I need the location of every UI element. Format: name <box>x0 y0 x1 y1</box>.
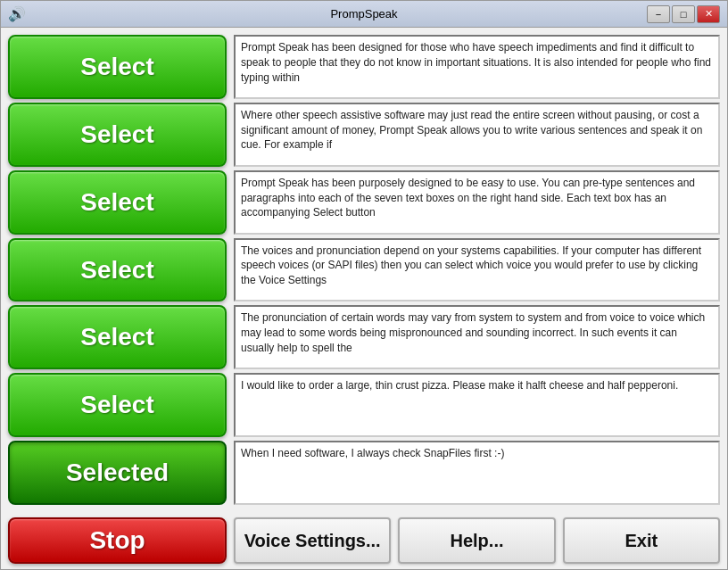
text-input-7[interactable]: When I need software, I always check Sna… <box>234 441 720 505</box>
text-area-wrapper-3: Prompt Speak has been purposely designed… <box>234 170 720 235</box>
row-7: Selected When I need software, I always … <box>8 441 720 505</box>
row-3: Select Prompt Speak has been purposely d… <box>8 170 720 235</box>
text-area-wrapper-6: I would like to order a large, thin crus… <box>234 373 720 437</box>
text-input-5[interactable]: The pronunciation of certain words may v… <box>234 305 720 369</box>
row-1: Select Prompt Speak has been designed fo… <box>8 35 720 99</box>
bottom-bar: Stop Voice Settings... Help... Exit <box>1 512 727 569</box>
row-4: Select The voices and pronunciation depe… <box>8 238 720 302</box>
window-controls: − □ ✕ <box>647 5 720 23</box>
row-5: Select The pronunciation of certain word… <box>8 305 720 369</box>
close-button[interactable]: ✕ <box>697 5 720 23</box>
minimize-button[interactable]: − <box>647 5 670 23</box>
text-input-6[interactable]: I would like to order a large, thin crus… <box>234 373 720 437</box>
text-area-wrapper-4: The voices and pronunciation depend on y… <box>234 238 720 302</box>
select-button-3[interactable]: Select <box>8 170 227 235</box>
select-button-5[interactable]: Select <box>8 305 227 369</box>
window-title: PrompSpeak <box>330 7 397 21</box>
text-area-wrapper-1: Prompt Speak has been designed for those… <box>234 35 720 99</box>
select-button-6[interactable]: Select <box>8 373 227 437</box>
main-content: Select Prompt Speak has been designed fo… <box>1 28 727 512</box>
help-button[interactable]: Help... <box>398 517 555 564</box>
select-button-2[interactable]: Select <box>8 103 227 167</box>
row-2: Select Where other speech assistive soft… <box>8 103 720 167</box>
voice-settings-button[interactable]: Voice Settings... <box>234 517 391 564</box>
text-input-2[interactable]: Where other speech assistive software ma… <box>234 103 720 167</box>
text-input-1[interactable]: Prompt Speak has been designed for those… <box>234 35 720 99</box>
titlebar: 🔊 PrompSpeak − □ ✕ <box>1 1 727 28</box>
row-6: Select I would like to order a large, th… <box>8 373 720 437</box>
maximize-button[interactable]: □ <box>672 5 695 23</box>
stop-button[interactable]: Stop <box>8 517 227 564</box>
app-icon: 🔊 <box>8 7 22 21</box>
text-input-4[interactable]: The voices and pronunciation depend on y… <box>234 238 720 302</box>
text-input-3[interactable]: Prompt Speak has been purposely designed… <box>234 170 720 235</box>
select-button-4[interactable]: Select <box>8 238 227 302</box>
exit-button[interactable]: Exit <box>563 517 720 564</box>
select-button-1[interactable]: Select <box>8 35 227 99</box>
selected-button-7[interactable]: Selected <box>8 441 227 505</box>
text-area-wrapper-2: Where other speech assistive software ma… <box>234 103 720 167</box>
text-area-wrapper-7: When I need software, I always check Sna… <box>234 441 720 505</box>
main-window: 🔊 PrompSpeak − □ ✕ Select Prompt Speak h… <box>0 0 728 570</box>
text-area-wrapper-5: The pronunciation of certain words may v… <box>234 305 720 369</box>
